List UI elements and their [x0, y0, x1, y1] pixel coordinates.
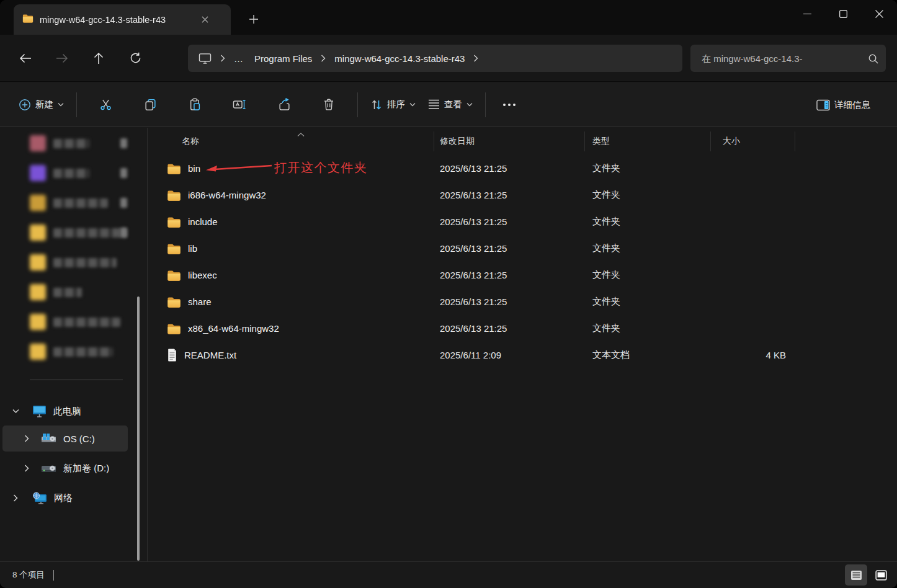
cut-button[interactable]: [91, 92, 120, 118]
sidebar-item-blurred[interactable]: [30, 313, 120, 331]
sidebar-item-this-pc[interactable]: 此电脑: [2, 398, 128, 424]
file-date: 2025/6/13 21:25: [434, 216, 584, 227]
file-list: 名称 修改日期 类型 大小 bin2025/6/13 21:25文件夹i686-…: [148, 128, 897, 561]
pin-icon: [120, 138, 127, 148]
annotation-text: 打开这个文件夹: [274, 159, 368, 176]
new-button[interactable]: 新建: [12, 92, 70, 118]
search-icon[interactable]: [868, 53, 878, 64]
folder-icon: [167, 270, 181, 281]
item-count: 8 个项目: [12, 569, 45, 581]
file-name: README.txt: [184, 350, 236, 360]
refresh-button[interactable]: [121, 46, 150, 71]
sidebar-item-blurred[interactable]: [30, 223, 127, 242]
column-separator[interactable]: [795, 131, 795, 151]
file-name: bin: [188, 163, 200, 174]
breadcrumb-current-folder[interactable]: mingw-w64-gcc-14.3-stable-r43: [329, 50, 470, 67]
explorer-tab[interactable]: mingw-w64-gcc-14.3-stable-r43: [14, 4, 231, 35]
column-separator[interactable]: [434, 131, 434, 151]
annotation-arrow-icon: [205, 163, 274, 174]
file-type: 文件夹: [584, 163, 710, 174]
chevron-right-icon[interactable]: [22, 465, 31, 472]
file-name: x86_64-w64-mingw32: [188, 323, 279, 334]
sidebar-item-os-c-drive[interactable]: OS (C:): [2, 425, 128, 452]
sidebar-scrollbar[interactable]: [137, 296, 140, 561]
chevron-down-icon: [58, 102, 64, 107]
file-type: 文件夹: [584, 323, 710, 334]
column-header-date[interactable]: 修改日期: [440, 128, 475, 155]
file-type: 文件夹: [584, 243, 710, 254]
address-bar[interactable]: … Program Files mingw-w64-gcc-14.3-stabl…: [188, 45, 682, 72]
more-options-button[interactable]: [494, 92, 524, 118]
column-separator[interactable]: [710, 131, 711, 151]
blurred-label: [53, 198, 108, 208]
thumbnail-view-button[interactable]: [870, 564, 892, 586]
file-type: 文件夹: [584, 189, 710, 201]
blurred-icon: [30, 225, 46, 241]
column-header-size[interactable]: 大小: [723, 128, 740, 155]
network-icon: [32, 492, 47, 504]
table-row[interactable]: i686-w64-mingw322025/6/13 21:25文件夹: [148, 182, 897, 208]
details-view-icon: [850, 570, 862, 581]
close-button[interactable]: [861, 0, 897, 27]
folder-icon: [167, 190, 181, 201]
table-row[interactable]: share2025/6/13 21:25文件夹: [148, 288, 897, 315]
table-row[interactable]: include2025/6/13 21:25文件夹: [148, 208, 897, 235]
file-type: 文件夹: [584, 269, 710, 281]
table-row[interactable]: lib2025/6/13 21:25文件夹: [148, 235, 897, 262]
search-input[interactable]: [700, 53, 868, 65]
new-tab-button[interactable]: [243, 9, 264, 30]
file-date: 2025/6/13 21:25: [434, 296, 584, 307]
this-pc-icon[interactable]: [193, 50, 217, 68]
content-area: 此电脑 OS (C:) 新加卷 (D:): [0, 128, 897, 561]
back-button[interactable]: [11, 46, 40, 71]
status-divider: [53, 570, 55, 581]
sidebar-item-d-drive[interactable]: 新加卷 (D:): [2, 455, 128, 481]
column-header-name[interactable]: 名称: [182, 128, 199, 155]
folder-icon: [167, 163, 181, 174]
file-date: 2025/6/13 21:25: [434, 190, 584, 200]
folder-icon: [167, 216, 181, 228]
sidebar-item-blurred[interactable]: [30, 283, 82, 301]
table-row[interactable]: x86_64-w64-mingw322025/6/13 21:25文件夹: [148, 315, 897, 342]
breadcrumb-ellipsis[interactable]: …: [228, 50, 249, 67]
view-toggles: [845, 564, 892, 586]
maximize-button[interactable]: [825, 0, 861, 27]
sidebar-item-blurred[interactable]: [30, 134, 89, 153]
paste-button[interactable]: [180, 92, 210, 118]
tab-close-icon[interactable]: [196, 11, 213, 29]
search-box[interactable]: [690, 45, 886, 72]
chevron-down-icon[interactable]: [11, 409, 20, 414]
sidebar-item-blurred[interactable]: [30, 194, 108, 212]
sidebar-item-blurred[interactable]: [30, 253, 117, 272]
column-header-type[interactable]: 类型: [592, 128, 610, 155]
titlebar: mingw-w64-gcc-14.3-stable-r43: [0, 0, 897, 35]
rename-button[interactable]: [225, 92, 254, 118]
forward-button[interactable]: [48, 46, 76, 71]
file-name: include: [188, 216, 218, 227]
copy-button[interactable]: [135, 92, 165, 118]
folder-icon: [167, 243, 181, 254]
view-button[interactable]: 查看: [422, 92, 479, 118]
blurred-icon: [30, 314, 46, 330]
details-view-button[interactable]: [845, 564, 867, 586]
toolbar-separator: [485, 92, 486, 117]
chevron-right-icon[interactable]: [11, 494, 20, 502]
sidebar-item-network[interactable]: 网络: [2, 485, 128, 511]
sort-button[interactable]: 排序: [364, 92, 422, 118]
table-row[interactable]: libexec2025/6/13 21:25文件夹: [148, 262, 897, 288]
chevron-right-icon[interactable]: [22, 435, 31, 442]
sidebar-item-blurred[interactable]: [30, 164, 89, 182]
sidebar-item-blurred[interactable]: [30, 342, 113, 361]
column-separator[interactable]: [584, 131, 585, 151]
navigation-bar: … Program Files mingw-w64-gcc-14.3-stabl…: [0, 35, 897, 82]
details-pane-button[interactable]: 详细信息: [810, 92, 881, 118]
breadcrumb-chevron-icon[interactable]: [470, 55, 481, 62]
share-button[interactable]: [269, 92, 299, 118]
breadcrumb-program-files[interactable]: Program Files: [249, 50, 318, 67]
minimize-button[interactable]: [789, 0, 825, 27]
up-button[interactable]: [84, 46, 113, 71]
delete-button[interactable]: [314, 92, 344, 118]
table-row[interactable]: README.txt2025/6/11 2:09文本文档4 KB: [148, 342, 897, 368]
breadcrumb-chevron-icon[interactable]: [318, 55, 329, 62]
toolbar-separator: [357, 92, 358, 117]
